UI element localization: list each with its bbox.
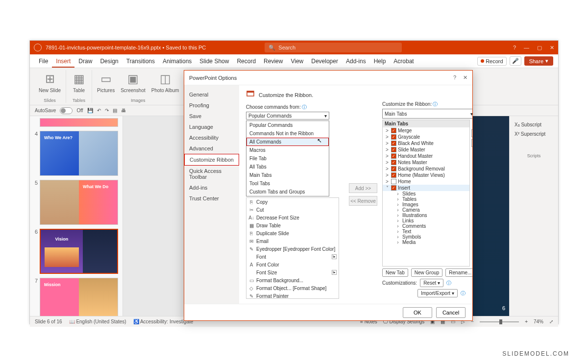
tree-subnode[interactable]: ›Images xyxy=(383,202,469,207)
menu-help[interactable]: Help xyxy=(370,58,390,65)
tree-subnode[interactable]: ›Links xyxy=(383,218,469,223)
customize-ribbon-combo[interactable]: Main Tabs ▾ xyxy=(382,109,472,119)
dialog-close-icon[interactable]: ✕ xyxy=(463,74,467,81)
checkbox[interactable]: ✓ xyxy=(391,172,396,178)
move-down-button[interactable]: ▼ xyxy=(471,139,472,147)
ok-button[interactable]: OK xyxy=(403,307,432,318)
menu-animations[interactable]: Animations xyxy=(159,58,196,65)
tree-node[interactable]: >Home xyxy=(383,178,469,185)
tree-node[interactable]: >✓Grayscale xyxy=(383,134,469,140)
command-item[interactable]: ✉Email xyxy=(246,237,339,245)
expand-icon[interactable]: › xyxy=(395,191,400,196)
cancel-button[interactable]: Cancel xyxy=(436,307,466,318)
dropdown-option[interactable]: Commands Not in the Ribbon xyxy=(246,129,329,138)
menu-acrobat[interactable]: Acrobat xyxy=(390,58,417,65)
fit-to-window-icon[interactable]: ⤢ xyxy=(549,319,553,324)
menu-record[interactable]: Record xyxy=(233,58,260,65)
tree-node[interactable]: >✓Notes Master xyxy=(383,159,469,166)
zoom-level[interactable]: 74% xyxy=(534,319,543,324)
command-item[interactable]: ✎Eyedropper [Eyedropper Font Color] xyxy=(246,245,339,253)
dropdown-option[interactable]: Macros xyxy=(246,146,329,154)
choose-commands-dropdown[interactable]: Popular CommandsCommands Not in the Ribb… xyxy=(246,121,329,196)
slide-thumbnail-panel[interactable]: 4Who We Are?5What We Do6Vision7Mission xyxy=(30,116,123,316)
command-item[interactable]: FontI▸ xyxy=(246,253,339,261)
category-quick-access-toolbar[interactable]: Quick Access Toolbar xyxy=(184,166,239,182)
category-accessibility[interactable]: Accessibility xyxy=(184,132,239,143)
menu-developer[interactable]: Developer xyxy=(307,58,342,65)
ribbon-tabs-tree[interactable]: Main Tabs>✓Merge>✓Grayscale>✓Black And W… xyxy=(382,120,470,267)
command-item[interactable]: ✂Cut xyxy=(246,206,339,214)
expand-icon[interactable]: › xyxy=(395,202,400,207)
slide-thumbnail[interactable] xyxy=(40,118,118,127)
dropdown-option[interactable]: Custom Tabs and Groups xyxy=(246,188,329,196)
zoom-slider[interactable] xyxy=(480,321,519,322)
maximize-button[interactable]: ▢ xyxy=(537,45,542,51)
tree-node[interactable]: >✓Background Removal xyxy=(383,166,469,172)
help-icon[interactable]: ? xyxy=(513,45,516,50)
tree-node[interactable]: ˅✓Insert xyxy=(383,185,469,191)
command-item[interactable]: AFont Color xyxy=(246,261,339,268)
superscript-option[interactable]: X² Superscript xyxy=(514,129,554,139)
reset-button[interactable]: Reset ▾ xyxy=(420,279,443,287)
category-advanced[interactable]: Advanced xyxy=(184,143,239,154)
expand-icon[interactable]: › xyxy=(395,223,400,229)
language-indicator[interactable]: 📖 English (United States) xyxy=(69,319,126,324)
mic-button[interactable]: 🎤 xyxy=(510,56,521,66)
expand-icon[interactable]: › xyxy=(395,234,400,240)
checkbox[interactable]: ✓ xyxy=(391,141,396,146)
tree-subnode[interactable]: ›Symbols xyxy=(383,234,469,240)
slide-thumbnail[interactable]: Vision xyxy=(40,229,118,274)
command-item[interactable]: ▦Draw Table xyxy=(246,221,339,229)
autosave-toggle[interactable] xyxy=(60,107,73,114)
qat-icon[interactable]: ▤ xyxy=(113,108,117,113)
expand-icon[interactable]: › xyxy=(395,229,400,234)
ribbon-photo-album[interactable]: ◫Photo Album xyxy=(150,70,180,94)
dropdown-option[interactable]: All Tabs xyxy=(246,163,329,171)
checkbox[interactable]: ✓ xyxy=(391,147,396,152)
commands-list[interactable]: ⎘Copy✂CutA↓Decrease Font Size▦Draw Table… xyxy=(246,197,339,299)
expand-icon[interactable]: > xyxy=(385,128,390,133)
menu-insert[interactable]: Insert xyxy=(52,58,74,68)
command-item[interactable]: A↓Decrease Font Size xyxy=(246,214,339,221)
command-item[interactable]: ⎘Duplicate Slide xyxy=(246,229,339,237)
tree-node[interactable]: >✓Home (Master Views) xyxy=(383,172,469,178)
menu-slide show[interactable]: Slide Show xyxy=(196,58,233,65)
save-icon[interactable]: 💾 xyxy=(87,108,93,113)
checkbox[interactable]: ✓ xyxy=(391,185,396,191)
expand-icon[interactable]: › xyxy=(395,218,400,223)
tree-node[interactable]: >✓Black And White xyxy=(383,140,469,146)
tree-subnode[interactable]: ›Tables xyxy=(383,196,469,202)
ribbon-new-slide[interactable]: ⊞New Slide xyxy=(38,70,62,94)
category-save[interactable]: Save xyxy=(184,111,239,121)
share-button[interactable]: Share▾ xyxy=(524,56,553,66)
command-item[interactable]: ⎘Copy xyxy=(246,198,339,206)
command-item[interactable]: ✎Format Painter xyxy=(246,292,339,299)
checkbox[interactable]: ✓ xyxy=(391,166,396,171)
menu-transitions[interactable]: Transitions xyxy=(122,58,159,65)
new-tab-button[interactable]: New Tab xyxy=(382,268,408,277)
command-item[interactable]: ◇Format Object... [Format Shape] xyxy=(246,284,339,292)
redo-icon[interactable]: ↷ xyxy=(105,108,109,113)
ribbon-table[interactable]: ▦Table xyxy=(70,70,88,94)
tree-node[interactable]: >✓Slide Master xyxy=(383,146,469,153)
expand-icon[interactable]: › xyxy=(395,213,400,218)
tree-subnode[interactable]: ›Illustrations xyxy=(383,213,469,218)
dropdown-option[interactable]: Popular Commands xyxy=(246,121,329,129)
search-box[interactable]: 🔍 Search xyxy=(265,43,402,52)
expand-icon[interactable]: > xyxy=(385,160,390,165)
tree-subnode[interactable]: ›Slides xyxy=(383,191,469,196)
menu-view[interactable]: View xyxy=(287,58,307,65)
slide-thumbnail[interactable]: What We Do xyxy=(40,180,118,225)
command-item[interactable]: Font SizeI▸ xyxy=(246,268,339,276)
menu-add-ins[interactable]: Add-ins xyxy=(342,58,370,65)
dropdown-option[interactable]: File Tab xyxy=(246,154,329,163)
info-icon[interactable]: ⓘ xyxy=(461,290,466,297)
info-icon[interactable]: ⓘ xyxy=(302,104,307,110)
expand-icon[interactable]: ˅ xyxy=(385,185,390,191)
category-customize-ribbon[interactable]: Customize Ribbon xyxy=(184,154,239,166)
subscript-option[interactable]: X₂ Subscript xyxy=(514,120,554,129)
tree-subnode[interactable]: ›Text xyxy=(383,229,469,234)
move-up-button[interactable]: ▲ xyxy=(471,129,472,137)
menu-design[interactable]: Design xyxy=(96,58,122,65)
slide-thumbnail[interactable]: Who We Are? xyxy=(40,131,118,176)
